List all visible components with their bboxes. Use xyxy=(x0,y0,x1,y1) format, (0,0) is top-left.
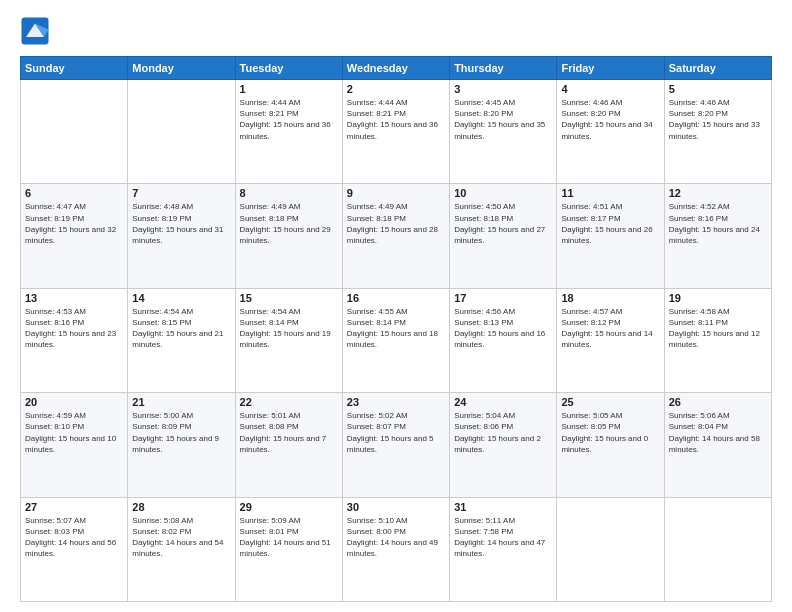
day-info: Sunrise: 4:50 AM Sunset: 8:18 PM Dayligh… xyxy=(454,201,552,246)
day-number: 28 xyxy=(132,501,230,513)
day-number: 10 xyxy=(454,187,552,199)
calendar-cell: 19Sunrise: 4:58 AM Sunset: 8:11 PM Dayli… xyxy=(664,288,771,392)
day-info: Sunrise: 4:49 AM Sunset: 8:18 PM Dayligh… xyxy=(240,201,338,246)
calendar-cell: 22Sunrise: 5:01 AM Sunset: 8:08 PM Dayli… xyxy=(235,393,342,497)
day-number: 22 xyxy=(240,396,338,408)
calendar-cell: 25Sunrise: 5:05 AM Sunset: 8:05 PM Dayli… xyxy=(557,393,664,497)
calendar-cell: 15Sunrise: 4:54 AM Sunset: 8:14 PM Dayli… xyxy=(235,288,342,392)
calendar-cell: 1Sunrise: 4:44 AM Sunset: 8:21 PM Daylig… xyxy=(235,80,342,184)
day-number: 24 xyxy=(454,396,552,408)
day-number: 21 xyxy=(132,396,230,408)
calendar-cell xyxy=(664,497,771,601)
day-number: 2 xyxy=(347,83,445,95)
calendar-cell: 28Sunrise: 5:08 AM Sunset: 8:02 PM Dayli… xyxy=(128,497,235,601)
calendar-cell: 5Sunrise: 4:46 AM Sunset: 8:20 PM Daylig… xyxy=(664,80,771,184)
calendar-cell: 2Sunrise: 4:44 AM Sunset: 8:21 PM Daylig… xyxy=(342,80,449,184)
day-info: Sunrise: 4:55 AM Sunset: 8:14 PM Dayligh… xyxy=(347,306,445,351)
calendar-cell: 14Sunrise: 4:54 AM Sunset: 8:15 PM Dayli… xyxy=(128,288,235,392)
day-number: 11 xyxy=(561,187,659,199)
day-number: 17 xyxy=(454,292,552,304)
week-row-4: 20Sunrise: 4:59 AM Sunset: 8:10 PM Dayli… xyxy=(21,393,772,497)
day-number: 5 xyxy=(669,83,767,95)
week-row-5: 27Sunrise: 5:07 AM Sunset: 8:03 PM Dayli… xyxy=(21,497,772,601)
calendar-cell: 11Sunrise: 4:51 AM Sunset: 8:17 PM Dayli… xyxy=(557,184,664,288)
day-number: 20 xyxy=(25,396,123,408)
day-info: Sunrise: 5:05 AM Sunset: 8:05 PM Dayligh… xyxy=(561,410,659,455)
calendar-cell: 16Sunrise: 4:55 AM Sunset: 8:14 PM Dayli… xyxy=(342,288,449,392)
calendar-cell xyxy=(21,80,128,184)
day-info: Sunrise: 4:44 AM Sunset: 8:21 PM Dayligh… xyxy=(240,97,338,142)
weekday-header-row: SundayMondayTuesdayWednesdayThursdayFrid… xyxy=(21,57,772,80)
calendar-cell xyxy=(557,497,664,601)
day-number: 13 xyxy=(25,292,123,304)
calendar: SundayMondayTuesdayWednesdayThursdayFrid… xyxy=(20,56,772,602)
day-number: 15 xyxy=(240,292,338,304)
day-info: Sunrise: 4:46 AM Sunset: 8:20 PM Dayligh… xyxy=(561,97,659,142)
day-info: Sunrise: 4:51 AM Sunset: 8:17 PM Dayligh… xyxy=(561,201,659,246)
day-info: Sunrise: 5:00 AM Sunset: 8:09 PM Dayligh… xyxy=(132,410,230,455)
day-number: 1 xyxy=(240,83,338,95)
calendar-cell: 10Sunrise: 4:50 AM Sunset: 8:18 PM Dayli… xyxy=(450,184,557,288)
day-number: 29 xyxy=(240,501,338,513)
calendar-cell: 24Sunrise: 5:04 AM Sunset: 8:06 PM Dayli… xyxy=(450,393,557,497)
calendar-cell: 23Sunrise: 5:02 AM Sunset: 8:07 PM Dayli… xyxy=(342,393,449,497)
weekday-header-monday: Monday xyxy=(128,57,235,80)
day-info: Sunrise: 5:08 AM Sunset: 8:02 PM Dayligh… xyxy=(132,515,230,560)
day-info: Sunrise: 4:54 AM Sunset: 8:14 PM Dayligh… xyxy=(240,306,338,351)
weekday-header-saturday: Saturday xyxy=(664,57,771,80)
day-info: Sunrise: 4:49 AM Sunset: 8:18 PM Dayligh… xyxy=(347,201,445,246)
calendar-cell: 21Sunrise: 5:00 AM Sunset: 8:09 PM Dayli… xyxy=(128,393,235,497)
day-number: 14 xyxy=(132,292,230,304)
day-info: Sunrise: 5:07 AM Sunset: 8:03 PM Dayligh… xyxy=(25,515,123,560)
day-info: Sunrise: 5:10 AM Sunset: 8:00 PM Dayligh… xyxy=(347,515,445,560)
calendar-cell: 7Sunrise: 4:48 AM Sunset: 8:19 PM Daylig… xyxy=(128,184,235,288)
day-number: 9 xyxy=(347,187,445,199)
calendar-cell xyxy=(128,80,235,184)
day-info: Sunrise: 4:53 AM Sunset: 8:16 PM Dayligh… xyxy=(25,306,123,351)
day-info: Sunrise: 5:01 AM Sunset: 8:08 PM Dayligh… xyxy=(240,410,338,455)
calendar-cell: 30Sunrise: 5:10 AM Sunset: 8:00 PM Dayli… xyxy=(342,497,449,601)
calendar-cell: 3Sunrise: 4:45 AM Sunset: 8:20 PM Daylig… xyxy=(450,80,557,184)
day-number: 18 xyxy=(561,292,659,304)
day-number: 6 xyxy=(25,187,123,199)
calendar-cell: 29Sunrise: 5:09 AM Sunset: 8:01 PM Dayli… xyxy=(235,497,342,601)
week-row-2: 6Sunrise: 4:47 AM Sunset: 8:19 PM Daylig… xyxy=(21,184,772,288)
day-number: 27 xyxy=(25,501,123,513)
day-info: Sunrise: 5:06 AM Sunset: 8:04 PM Dayligh… xyxy=(669,410,767,455)
weekday-header-sunday: Sunday xyxy=(21,57,128,80)
day-number: 8 xyxy=(240,187,338,199)
weekday-header-wednesday: Wednesday xyxy=(342,57,449,80)
header xyxy=(20,16,772,46)
calendar-cell: 27Sunrise: 5:07 AM Sunset: 8:03 PM Dayli… xyxy=(21,497,128,601)
day-number: 30 xyxy=(347,501,445,513)
day-info: Sunrise: 4:56 AM Sunset: 8:13 PM Dayligh… xyxy=(454,306,552,351)
calendar-cell: 13Sunrise: 4:53 AM Sunset: 8:16 PM Dayli… xyxy=(21,288,128,392)
day-number: 19 xyxy=(669,292,767,304)
day-info: Sunrise: 5:09 AM Sunset: 8:01 PM Dayligh… xyxy=(240,515,338,560)
day-info: Sunrise: 4:57 AM Sunset: 8:12 PM Dayligh… xyxy=(561,306,659,351)
day-info: Sunrise: 4:48 AM Sunset: 8:19 PM Dayligh… xyxy=(132,201,230,246)
day-number: 23 xyxy=(347,396,445,408)
day-info: Sunrise: 4:58 AM Sunset: 8:11 PM Dayligh… xyxy=(669,306,767,351)
weekday-header-thursday: Thursday xyxy=(450,57,557,80)
calendar-cell: 20Sunrise: 4:59 AM Sunset: 8:10 PM Dayli… xyxy=(21,393,128,497)
calendar-cell: 18Sunrise: 4:57 AM Sunset: 8:12 PM Dayli… xyxy=(557,288,664,392)
calendar-cell: 4Sunrise: 4:46 AM Sunset: 8:20 PM Daylig… xyxy=(557,80,664,184)
calendar-cell: 31Sunrise: 5:11 AM Sunset: 7:58 PM Dayli… xyxy=(450,497,557,601)
calendar-cell: 8Sunrise: 4:49 AM Sunset: 8:18 PM Daylig… xyxy=(235,184,342,288)
weekday-header-friday: Friday xyxy=(557,57,664,80)
day-info: Sunrise: 4:59 AM Sunset: 8:10 PM Dayligh… xyxy=(25,410,123,455)
day-info: Sunrise: 4:44 AM Sunset: 8:21 PM Dayligh… xyxy=(347,97,445,142)
day-info: Sunrise: 4:45 AM Sunset: 8:20 PM Dayligh… xyxy=(454,97,552,142)
week-row-1: 1Sunrise: 4:44 AM Sunset: 8:21 PM Daylig… xyxy=(21,80,772,184)
day-number: 4 xyxy=(561,83,659,95)
weekday-header-tuesday: Tuesday xyxy=(235,57,342,80)
day-info: Sunrise: 4:47 AM Sunset: 8:19 PM Dayligh… xyxy=(25,201,123,246)
day-number: 7 xyxy=(132,187,230,199)
day-number: 3 xyxy=(454,83,552,95)
week-row-3: 13Sunrise: 4:53 AM Sunset: 8:16 PM Dayli… xyxy=(21,288,772,392)
day-info: Sunrise: 5:02 AM Sunset: 8:07 PM Dayligh… xyxy=(347,410,445,455)
day-info: Sunrise: 5:11 AM Sunset: 7:58 PM Dayligh… xyxy=(454,515,552,560)
day-info: Sunrise: 4:54 AM Sunset: 8:15 PM Dayligh… xyxy=(132,306,230,351)
day-number: 12 xyxy=(669,187,767,199)
